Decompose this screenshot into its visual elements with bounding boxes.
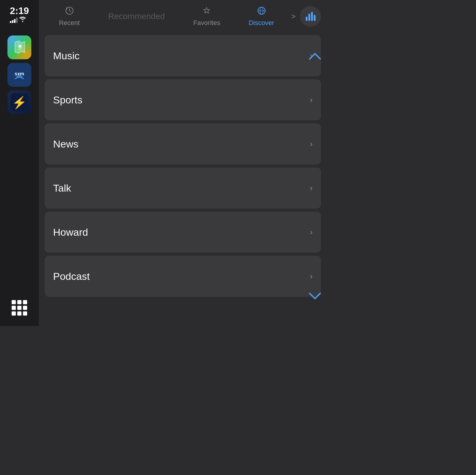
sxm-app-icon[interactable]: sxm — [7, 63, 31, 87]
status-bar: 2:19 — [10, 6, 29, 24]
lightning-app-icon[interactable]: ⚡ — [7, 90, 31, 114]
main-content: Recent Recommended Favorites — [39, 0, 327, 326]
recommended-label: Recommended — [108, 12, 165, 21]
nav-forward-arrow[interactable]: > — [291, 12, 296, 21]
svg-text:sxm: sxm — [15, 71, 24, 76]
maps-app-icon[interactable] — [7, 35, 31, 59]
category-podcast-label: Podcast — [53, 271, 90, 282]
sidebar-bottom[interactable] — [10, 299, 29, 317]
svg-point-1 — [18, 45, 21, 48]
category-sports-label: Sports — [53, 94, 82, 106]
audio-bars-icon — [306, 12, 316, 21]
scroll-up-button[interactable] — [308, 51, 322, 63]
nav-bar: Recent Recommended Favorites — [39, 0, 327, 33]
tab-recommended[interactable]: Recommended — [102, 9, 171, 24]
category-howard-label: Howard — [53, 226, 88, 238]
category-talk-chevron: › — [310, 183, 313, 193]
category-podcast-chevron: › — [310, 271, 313, 281]
nav-tabs: Recent Recommended Favorites — [45, 4, 288, 29]
now-playing-button[interactable] — [300, 6, 321, 27]
grid-icon[interactable] — [10, 299, 29, 317]
recent-icon — [65, 6, 74, 17]
scroll-down-button[interactable] — [308, 290, 322, 302]
category-list: Music › Sports › News › Talk › Howard › … — [39, 33, 327, 326]
category-howard[interactable]: Howard › — [45, 212, 321, 253]
sidebar-top: 2:19 — [7, 6, 31, 114]
category-sports[interactable]: Sports › — [45, 79, 321, 120]
status-icons — [10, 17, 26, 24]
discover-icon — [257, 6, 266, 17]
category-howard-chevron: › — [310, 227, 313, 237]
time-display: 2:19 — [10, 6, 29, 15]
tab-discover-label: Discover — [249, 19, 274, 27]
favorites-icon — [202, 6, 211, 17]
category-sports-chevron: › — [310, 95, 313, 105]
tab-favorites[interactable]: Favorites — [187, 4, 226, 29]
signal-icon — [10, 18, 18, 23]
svg-text:⚡: ⚡ — [12, 95, 27, 110]
category-news-label: News — [53, 138, 78, 150]
category-talk[interactable]: Talk › — [45, 167, 321, 209]
tab-recent[interactable]: Recent — [53, 4, 86, 29]
sidebar: 2:19 — [0, 0, 39, 326]
category-news[interactable]: News › — [45, 123, 321, 164]
category-talk-label: Talk — [53, 182, 71, 194]
category-music[interactable]: Music › — [45, 35, 321, 76]
tab-favorites-label: Favorites — [193, 19, 220, 27]
tab-discover[interactable]: Discover — [243, 4, 280, 29]
wifi-icon — [19, 17, 26, 24]
category-music-label: Music — [53, 50, 80, 62]
app-icons: sxm ⚡ — [7, 35, 31, 114]
category-news-chevron: › — [310, 139, 313, 149]
tab-recent-label: Recent — [59, 19, 80, 27]
category-podcast[interactable]: Podcast › — [45, 256, 321, 297]
